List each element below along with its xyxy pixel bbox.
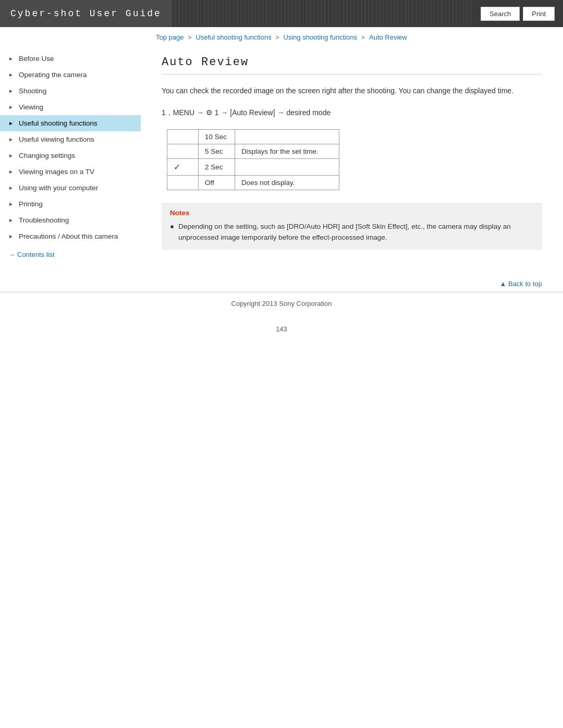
sidebar-item-useful-shooting[interactable]: ► Useful shooting functions — [0, 115, 141, 131]
footer: Copyright 2013 Sony Corporation — [0, 292, 563, 315]
table-cell-desc-2: Displays for the set time. — [235, 144, 339, 158]
gear-icon: ⚙ — [206, 107, 213, 118]
table-cell-value-4: Off — [199, 175, 235, 190]
sidebar-item-precautions[interactable]: ► Precautions / About this camera — [0, 228, 141, 244]
contents-list-label: Contents list — [17, 251, 55, 258]
table-cell-value-1: 10 Sec — [199, 129, 235, 144]
arrow-icon-viewing: ► — [8, 104, 14, 110]
sidebar-item-viewing-tv[interactable]: ► Viewing images on a TV — [0, 164, 141, 180]
breadcrumb-sep-3: > — [361, 33, 367, 41]
arrow-right-icon: → — [8, 251, 15, 258]
sidebar-label-trouble: Troubleshooting — [19, 216, 69, 224]
print-button[interactable]: Print — [523, 7, 555, 21]
breadcrumb-useful-shooting[interactable]: Useful shooting functions — [195, 33, 271, 41]
sidebar-item-operating-camera[interactable]: ► Operating the camera — [0, 67, 141, 83]
sidebar-label-changing: Changing settings — [19, 152, 75, 159]
table-cell-desc-1 — [235, 129, 339, 144]
app-title: Cyber-shot User Guide — [10, 8, 162, 19]
content-area: Auto Review You can check the recorded i… — [141, 45, 563, 276]
main-layout: ► Before Use ► Operating the camera ► Sh… — [0, 45, 563, 276]
sidebar-item-before-use[interactable]: ► Before Use — [0, 51, 141, 67]
table-row: ✓ 2 Sec — [167, 158, 339, 175]
contents-list-link[interactable]: → Contents list — [0, 244, 141, 265]
breadcrumb-current: Auto Review — [369, 33, 407, 41]
arrow-icon-useful-viewing: ► — [8, 137, 14, 142]
arrow-icon-tv: ► — [8, 169, 14, 175]
sidebar-item-computer[interactable]: ► Using with your computer — [0, 180, 141, 196]
sidebar-label-before-use: Before Use — [19, 55, 54, 63]
table-row: 5 Sec Displays for the set time. — [167, 144, 339, 158]
table-cell-icon-4 — [167, 175, 199, 190]
table-cell-value-3: 2 Sec — [199, 158, 235, 175]
back-to-top-link[interactable]: ▲ Back to top — [0, 276, 563, 292]
table-cell-icon-2 — [167, 144, 199, 158]
sidebar-label-shooting: Shooting — [19, 87, 46, 95]
breadcrumb: Top page > Useful shooting functions > U… — [0, 27, 563, 45]
notes-box: Notes Depending on the setting, such as … — [162, 203, 542, 250]
table-cell-icon-3: ✓ — [167, 158, 199, 175]
arrow-icon-trouble: ► — [8, 217, 14, 223]
arrow-icon-computer: ► — [8, 185, 14, 191]
sidebar-item-troubleshooting[interactable]: ► Troubleshooting — [0, 212, 141, 228]
table-cell-desc-4: Does not display. — [235, 175, 339, 190]
table-row: Off Does not display. — [167, 175, 339, 190]
notes-title: Notes — [170, 209, 534, 217]
sidebar-label-precautions: Precautions / About this camera — [19, 232, 118, 240]
menu-instruction: 1．MENU → ⚙ 1 → [Auto Review] → desired m… — [162, 107, 542, 118]
arrow-icon-before-use: ► — [8, 56, 14, 61]
page-title: Auto Review — [162, 56, 542, 75]
sidebar-label-printing: Printing — [19, 200, 43, 208]
instruction-rest: 1 → [Auto Review] → desired mode — [213, 108, 331, 117]
options-table: 10 Sec 5 Sec Displays for the set time. … — [167, 129, 339, 190]
copyright-text: Copyright 2013 Sony Corporation — [231, 300, 332, 307]
arrow-icon-changing: ► — [8, 153, 14, 158]
table-row: 10 Sec — [167, 129, 339, 144]
table-cell-icon-1 — [167, 129, 199, 144]
header-pattern — [172, 0, 472, 27]
header: Cyber-shot User Guide Search Print — [0, 0, 563, 27]
page-description: You can check the recorded image on the … — [162, 85, 542, 96]
header-buttons: Search Print — [472, 0, 563, 27]
arrow-icon-operating: ► — [8, 72, 14, 78]
sidebar-label-operating: Operating the camera — [19, 71, 87, 79]
instruction-text: 1．MENU → — [162, 108, 206, 117]
arrow-icon-printing: ► — [8, 201, 14, 207]
sidebar-label-tv: Viewing images on a TV — [19, 168, 94, 176]
sidebar-label-useful-shooting: Useful shooting functions — [19, 119, 97, 127]
page-number: 143 — [0, 315, 563, 343]
header-title-bg: Cyber-shot User Guide — [0, 0, 172, 27]
sidebar-label-useful-viewing: Useful viewing functions — [19, 135, 94, 143]
sidebar-item-changing-settings[interactable]: ► Changing settings — [0, 147, 141, 164]
sidebar-item-useful-viewing[interactable]: ► Useful viewing functions — [0, 131, 141, 147]
notes-item-1: Depending on the setting, such as [DRO/A… — [170, 221, 534, 243]
search-button[interactable]: Search — [481, 7, 520, 21]
sidebar-label-viewing: Viewing — [19, 103, 43, 111]
arrow-icon-shooting: ► — [8, 88, 14, 94]
sidebar-item-printing[interactable]: ► Printing — [0, 196, 141, 212]
sidebar-label-computer: Using with your computer — [19, 184, 98, 192]
arrow-icon-useful-shooting: ► — [8, 120, 14, 126]
table-cell-value-2: 5 Sec — [199, 144, 235, 158]
sidebar-item-viewing[interactable]: ► Viewing — [0, 99, 141, 115]
breadcrumb-using-shooting[interactable]: Using shooting functions — [283, 33, 357, 41]
sidebar-item-shooting[interactable]: ► Shooting — [0, 83, 141, 99]
checkmark-icon: ✓ — [174, 163, 180, 171]
breadcrumb-sep-2: > — [275, 33, 281, 41]
breadcrumb-sep-1: > — [188, 33, 193, 41]
sidebar: ► Before Use ► Operating the camera ► Sh… — [0, 45, 141, 276]
breadcrumb-top[interactable]: Top page — [156, 33, 184, 41]
table-cell-desc-3 — [235, 158, 339, 175]
arrow-icon-precautions: ► — [8, 233, 14, 239]
